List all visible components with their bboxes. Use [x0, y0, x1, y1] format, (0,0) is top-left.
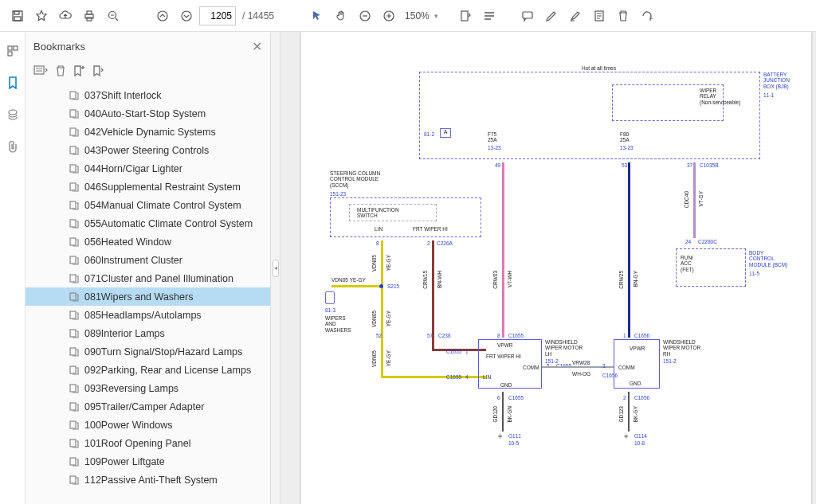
bookmark-item[interactable]: 043Power Steering Controls [26, 141, 270, 159]
bookmark-item[interactable]: 093Reversing Lamps [26, 379, 270, 397]
bookmark-item[interactable]: 100Power Windows [26, 416, 270, 434]
bookmark-item[interactable]: 054Manual Climate Control System [26, 196, 270, 214]
comment-icon[interactable] [516, 5, 539, 27]
wire-vdn05-h [332, 285, 382, 287]
print-icon[interactable] [78, 5, 100, 27]
bookmark-item[interactable]: 060Instrument Cluster [26, 251, 270, 269]
bookmark-item[interactable]: 040Auto-Start-Stop System [26, 104, 270, 123]
bookmark-item[interactable]: 056Heated Window [26, 232, 270, 251]
bookmark-label: 042Vehicle Dynamic Systems [84, 127, 216, 138]
thumbnails-icon[interactable] [5, 43, 21, 59]
pin-37: 37 [687, 162, 692, 168]
hand-icon[interactable] [330, 5, 352, 27]
close-panel-icon[interactable]: ✕ [252, 39, 262, 54]
label-c1655-e: C1655 [508, 395, 524, 400]
pointer-icon[interactable] [306, 5, 328, 27]
bookmark-item[interactable]: 046Supplemental Restraint System [26, 178, 270, 196]
bookmark-row-icon [69, 475, 80, 486]
label-f80-ref: 13-23 [620, 145, 634, 150]
bookmarks-icon[interactable] [5, 75, 21, 91]
svg-rect-12 [523, 12, 532, 18]
label-yegy-v3: YE-GY [386, 350, 391, 366]
cloud-upload-icon[interactable] [54, 5, 76, 27]
label-c1655-b: C1655 [446, 349, 461, 354]
bookmark-label: 055Automatic Climate Control System [84, 218, 253, 229]
bookmark-label: 090Turn Signal/Stop/Hazard Lamps [84, 346, 242, 357]
star-icon[interactable] [30, 5, 53, 27]
label-c1655-c: C1655 [446, 374, 461, 380]
bookmark-item[interactable]: 042Vehicle Dynamic Systems [26, 123, 270, 141]
zoom-level-label[interactable]: 150% [405, 10, 430, 21]
label-vdn05-v1: VDN05 [371, 255, 377, 272]
svg-rect-28 [70, 275, 76, 282]
panel-add-bookmark-icon[interactable] [73, 65, 84, 80]
bookmark-item[interactable]: 101Roof Opening Panel [26, 434, 270, 452]
bookmark-item[interactable]: 090Turn Signal/Stop/Hazard Lamps [26, 342, 270, 361]
label-bnwh: BN-WH [437, 271, 442, 288]
label-c226a: C226A [437, 240, 453, 246]
bookmark-label: 071Cluster and Panel Illumination [84, 273, 233, 284]
bookmark-item[interactable]: 055Automatic Climate Control System [26, 214, 270, 232]
label-mfs: MULTIFUNCTION SWITCH [357, 207, 399, 219]
bookmark-label: 109Power Liftgate [84, 456, 165, 467]
note-icon[interactable] [588, 5, 610, 27]
label-wwm-rh: WINDSHIELD WIPER MOTOR RH [663, 339, 700, 357]
bookmark-item[interactable]: 085Headlamps/Autolamps [26, 306, 270, 324]
bookmark-item[interactable]: 037Shift Interlock [26, 86, 270, 104]
bookmark-row-icon [69, 90, 80, 101]
label-g111-ref: 10-5 [508, 440, 519, 446]
side-rail [0, 32, 26, 504]
collapse-handle-icon[interactable]: ◂ [273, 260, 279, 277]
pencil-icon[interactable] [540, 5, 563, 27]
bookmark-list[interactable]: 037Shift Interlock040Auto-Start-Stop Sys… [26, 84, 270, 504]
page-up-icon[interactable] [151, 5, 174, 27]
svg-rect-33 [70, 366, 76, 373]
bookmark-item[interactable]: 044Horn/Cigar Lighter [26, 159, 270, 178]
bookmark-item[interactable]: 081Wipers and Washers [26, 287, 270, 306]
panel-expand-icon[interactable] [92, 65, 104, 80]
wire-crw03 [502, 162, 504, 338]
page-number-input[interactable] [199, 6, 236, 25]
bookmark-item[interactable]: 112Passive Anti-Theft System [26, 471, 270, 489]
label-c1655-a: C1655 [508, 333, 524, 338]
svg-rect-17 [34, 66, 44, 74]
bookmark-label: 100Power Windows [84, 420, 172, 431]
bookmark-item[interactable]: 092Parking, Rear and License Lamps [26, 361, 270, 379]
label-wwm-lh: WINDSHIELD WIPER MOTOR LH [545, 339, 583, 357]
fit-page-icon[interactable] [454, 5, 477, 27]
zoom-in-icon[interactable] [378, 5, 400, 27]
label-yegy-v2: YE-GY [386, 311, 391, 326]
trash-icon[interactable] [612, 5, 634, 27]
panel-delete-icon[interactable] [56, 65, 65, 80]
text-reflow-icon[interactable] [478, 5, 500, 27]
panel-divider: ◂ [271, 32, 280, 504]
attachment-icon[interactable] [5, 139, 21, 154]
bookmark-item[interactable]: 095Trailer/Camper Adapter [26, 397, 270, 416]
svg-rect-21 [70, 147, 76, 154]
svg-rect-25 [70, 220, 76, 227]
bookmark-item[interactable]: 089Interior Lamps [26, 324, 270, 342]
highlight-icon[interactable] [564, 5, 586, 27]
pin-1-lh: 1 [465, 349, 469, 354]
bookmark-row-icon [69, 383, 80, 394]
bookmark-row-icon [69, 420, 80, 431]
panel-options-icon[interactable] [33, 65, 48, 80]
label-vpwr-rh: VPWR [630, 346, 645, 351]
bookmark-row-icon [69, 401, 80, 412]
gnd-symbol-lh: ⏚ [498, 432, 502, 440]
bookmark-label: 093Reversing Lamps [84, 383, 178, 394]
rotate-icon[interactable] [636, 5, 658, 27]
zoom-out-icon[interactable] [354, 5, 376, 27]
bookmark-item[interactable]: 071Cluster and Panel Illumination [26, 269, 270, 287]
wire-gnd-lh [502, 392, 504, 432]
document-viewer[interactable]: Hot at all times BATTERY JUNCTION BOX (B… [280, 32, 816, 504]
layers-icon[interactable] [5, 107, 21, 123]
pin-24: 24 [685, 239, 691, 244]
pin-57: 57 [427, 333, 433, 338]
search-minus-icon[interactable] [102, 5, 124, 27]
bookmark-item[interactable]: 109Power Liftgate [26, 452, 270, 471]
save-icon[interactable] [6, 5, 29, 27]
label-81-3: 81-3 [325, 307, 335, 313]
page-down-icon[interactable] [175, 5, 198, 27]
pin-52: 52 [376, 333, 382, 338]
